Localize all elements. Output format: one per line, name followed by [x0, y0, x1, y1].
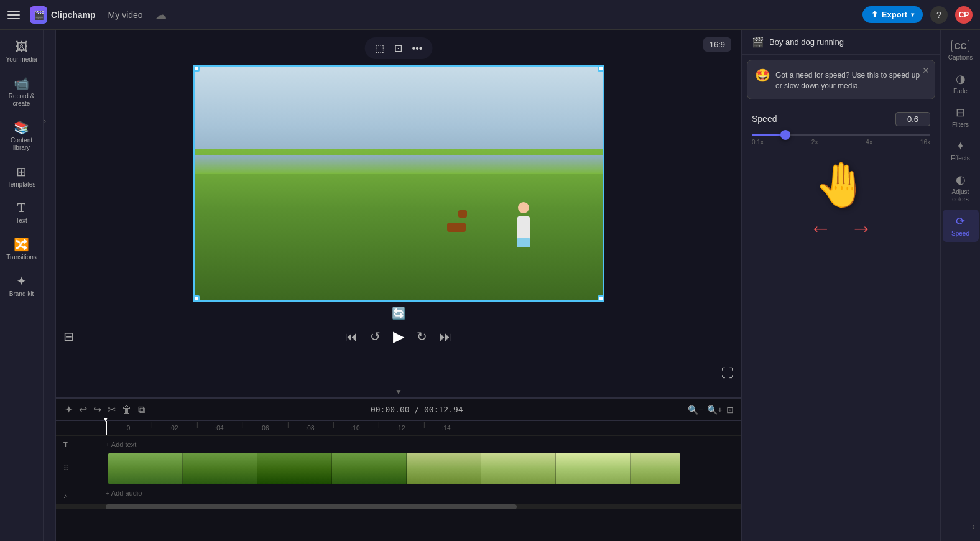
boy-figure	[514, 205, 528, 251]
timeline-scrollbar[interactable]	[56, 504, 741, 509]
effect-item-filters[interactable]: ⊟ Filters	[943, 101, 979, 133]
fullscreen-button[interactable]: ⛶	[721, 366, 734, 381]
playhead[interactable]	[106, 421, 107, 435]
sidebar-item-transitions[interactable]: 🔀 Transitions	[2, 232, 41, 266]
sidebar-item-text[interactable]: T Text	[2, 196, 41, 229]
adjust-colors-icon: ◐	[956, 173, 966, 187]
skip-back-button[interactable]: ⏮	[345, 330, 358, 344]
effect-item-effects[interactable]: ✦ Effects	[943, 134, 979, 167]
add-clip-button[interactable]: ✦	[63, 402, 74, 417]
timeline-collapse-icon: ▼	[395, 387, 402, 396]
dog-figure	[447, 215, 466, 232]
sidebar-item-content-library[interactable]: 📚 Contentlibrary	[2, 115, 41, 157]
zoom-in-button[interactable]: 🔍+	[707, 405, 723, 415]
skip-forward-button[interactable]: ⏭	[440, 330, 452, 344]
add-text-button[interactable]: + Add text	[106, 441, 136, 448]
rewind-button[interactable]: ↺	[370, 329, 381, 344]
text-track: T + Add text	[56, 436, 741, 453]
aspect-ratio-badge: 16:9	[703, 37, 731, 52]
delete-button[interactable]: 🗑	[121, 402, 133, 417]
record-create-icon: 📹	[14, 76, 29, 91]
panel-expand-arrow[interactable]: ›	[973, 522, 975, 531]
timeline-scrollbar-thumb[interactable]	[106, 504, 517, 509]
play-button[interactable]: ▶	[393, 328, 404, 345]
effect-item-speed[interactable]: ⟳ Speed	[943, 210, 979, 242]
sidebar-item-templates[interactable]: ⊞ Templates	[2, 159, 41, 193]
cut-button[interactable]: ✂	[106, 402, 117, 417]
content-library-icon: 📚	[14, 120, 29, 135]
video-clip[interactable]	[108, 453, 680, 484]
timeline: ✦ ↩ ↪ ✂ 🗑 ⧉ 00:00.00 / 00:12.94 🔍− 🔍+ ⊡	[56, 398, 741, 541]
copy-button[interactable]: ⧉	[137, 402, 146, 417]
speed-value[interactable]: 0.6	[895, 112, 930, 126]
playback-controls: ⏮ ↺ ▶ ↻ ⏭ ⛶ ⊟	[345, 323, 452, 350]
close-tooltip-button[interactable]: ✕	[922, 65, 930, 75]
right-panel-content: ✕ 🤩 Got a need for speed? Use this to sp…	[742, 55, 940, 541]
media-type-icon: 🎬	[752, 36, 764, 48]
more-button[interactable]: •••	[410, 41, 425, 55]
ruler-mark-08: :08	[287, 425, 333, 432]
boy-shorts	[517, 238, 530, 247]
sidebar-label-brand-kit: Brand kit	[9, 290, 34, 298]
dog-body	[447, 223, 466, 232]
handle-top-left[interactable]	[193, 65, 200, 72]
video-clip-thumbnail	[108, 453, 680, 484]
main-area: 🖼 Your media 📹 Record &create 📚 Contentl…	[0, 30, 980, 541]
collapse-arrow-icon: ›	[44, 117, 46, 126]
sidebar-collapse[interactable]: ›	[44, 30, 56, 541]
ruler-mark-12: :12	[378, 425, 423, 432]
app-name: Clipchamp	[51, 10, 96, 20]
speed-slider-track[interactable]	[752, 134, 930, 136]
topbar: 🎬 Clipchamp My video ☁ ⬆ Export ▾ ? CP	[0, 0, 980, 30]
timeline-ruler: 0 :02 :04 :06 :08 :10 :12 :14	[56, 421, 741, 436]
effect-item-adjust-colors[interactable]: ◐ Adjustcolors	[943, 168, 979, 208]
speed-slider-container: 0.1x 2x 4x 16x	[752, 134, 930, 146]
sidebar-label-transitions: Transitions	[6, 254, 37, 261]
brand-kit-icon: ✦	[16, 274, 27, 289]
timeline-header: ✦ ↩ ↪ ✂ 🗑 ⧉ 00:00.00 / 00:12.94 🔍− 🔍+ ⊡	[56, 399, 741, 421]
right-panel-header: 🎬 Boy and dog running	[742, 30, 940, 55]
avatar[interactable]: CP	[955, 6, 973, 24]
loop-icon[interactable]: 🔄	[392, 307, 405, 320]
video-toolbar: ⬚ ⊡ •••	[365, 37, 433, 59]
tooltip-emoji: 🤩	[755, 68, 770, 83]
audio-track-icon: ♪	[63, 492, 67, 499]
sidebar-label-record-create: Record &create	[9, 93, 35, 108]
subtitle-button[interactable]: ⊟	[63, 329, 74, 344]
handle-bottom-left[interactable]	[193, 295, 200, 302]
help-button[interactable]: ?	[930, 6, 948, 24]
effect-item-fade[interactable]: ◑ Fade	[943, 67, 979, 99]
speed-slider-thumb[interactable]	[780, 130, 790, 140]
timeline-toggle[interactable]: ▼	[56, 386, 741, 398]
export-dropdown-arrow: ▾	[911, 11, 914, 18]
sidebar-item-brand-kit[interactable]: ✦ Brand kit	[2, 269, 41, 303]
crop-button[interactable]: ⬚	[372, 41, 387, 55]
export-button[interactable]: ⬆ Export ▾	[862, 6, 923, 23]
resize-button[interactable]: ⊡	[392, 41, 405, 55]
effect-label-effects: Effects	[951, 155, 969, 162]
handle-top-right[interactable]	[598, 65, 604, 72]
forward-button[interactable]: ↻	[417, 329, 427, 344]
text-track-label: T	[56, 441, 106, 448]
hamburger-menu[interactable]	[7, 7, 22, 22]
project-name[interactable]: My video	[103, 7, 148, 22]
center-area: ⬚ ⊡ ••• 16:9	[56, 30, 741, 541]
effect-item-captions[interactable]: CC Captions	[943, 35, 979, 66]
sidebar-item-your-media[interactable]: 🖼 Your media	[2, 35, 41, 68]
video-track-label: ⠿	[56, 465, 106, 473]
speed-icon: ⟳	[956, 215, 965, 228]
sidebar-item-record-create[interactable]: 📹 Record &create	[2, 71, 41, 113]
sidebar-label-templates: Templates	[7, 181, 36, 188]
zoom-out-button[interactable]: 🔍−	[688, 405, 703, 415]
handle-bottom-right[interactable]	[598, 295, 604, 302]
redo-button[interactable]: ↪	[92, 402, 103, 417]
add-audio-button[interactable]: + Add audio	[106, 489, 142, 497]
drag-arrows: ← →	[810, 215, 873, 241]
clip-segment-5	[407, 453, 481, 484]
clip-segment-3	[257, 453, 332, 484]
text-icon: T	[17, 201, 25, 215]
undo-button[interactable]: ↩	[78, 402, 88, 417]
timeline-tracks: T + Add text ⠿	[56, 436, 741, 504]
video-frame[interactable]	[193, 65, 604, 302]
fit-button[interactable]: ⊡	[726, 405, 734, 415]
